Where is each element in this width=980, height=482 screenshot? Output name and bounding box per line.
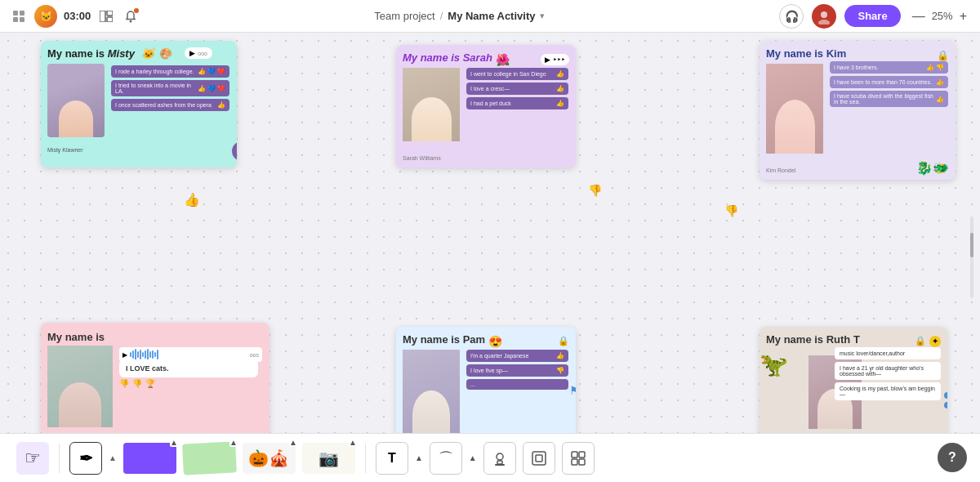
ruth-card-title: My name is Ruth T <box>766 333 860 346</box>
hand-tool[interactable]: ☞ <box>16 442 49 475</box>
green-paper-tool[interactable]: ▲ <box>183 443 236 474</box>
sarah-facts: I went to college in San Diego 👍 I love … <box>466 68 568 112</box>
pen-tool[interactable]: ✒ <box>69 442 102 475</box>
toolbar: ☞ ✒ ▲ ▲ ▲ 🎃🎪 ▲ 📷 ▲ T ▲ ⌒ ▲ <box>0 433 980 482</box>
svg-rect-13 <box>532 452 546 465</box>
sarah-photo <box>403 68 460 141</box>
notifications-icon[interactable] <box>122 7 140 25</box>
svg-rect-17 <box>572 459 577 465</box>
kim-facts: I have 3 brothers. 👍 👎 I have been to mo… <box>830 61 948 109</box>
headphones-icon[interactable]: 🎧 <box>779 4 804 29</box>
canvas[interactable]: My name is Misty 🐱 🎨 ▶ooo I rode a harle… <box>0 33 980 482</box>
ruth-fact-3: Cooking is my past, blow's am beggin— <box>835 382 941 400</box>
pam-photo <box>403 350 460 440</box>
purple-block-tool[interactable]: ▲ <box>123 443 176 474</box>
ruth-fact-2: I have a 21 yr old daughter who's obsess… <box>835 362 941 380</box>
sticker2-chevron[interactable]: ▲ <box>349 438 357 447</box>
kim-fact-2: I have been to more than 70 countries. 👍 <box>830 76 948 88</box>
zoom-in-button[interactable]: + <box>956 7 970 25</box>
bottom-left-photo <box>47 346 113 427</box>
ruth-monster: 🦖 <box>760 351 788 378</box>
purple-chevron[interactable]: ▲ <box>170 438 178 447</box>
frame-tool[interactable] <box>523 442 555 475</box>
pen-chevron[interactable]: ▲ <box>109 453 117 462</box>
pam-fact-1: I'm a quarter Japanese 👍 <box>466 350 568 362</box>
text-chevron[interactable]: ▲ <box>415 453 423 462</box>
breadcrumb-separator: / <box>440 10 443 22</box>
svg-rect-0 <box>13 11 18 16</box>
topbar: 🐱 03:00 Team project / My Name Activity … <box>0 0 980 33</box>
grid-menu-icon[interactable] <box>10 7 28 25</box>
misty-facts: I rode a harley through college. 👍 💙 ❤️ … <box>111 65 229 114</box>
svg-rect-6 <box>107 17 113 22</box>
help-button[interactable]: ? <box>938 443 967 472</box>
svg-point-8 <box>821 11 827 18</box>
pam-fact-2: I love five sp— 👎 <box>466 364 568 377</box>
scroll-indicator[interactable] <box>970 216 973 298</box>
kim-card-title: My name is Kim <box>766 47 846 60</box>
bottom-left-bubble: I LOVE cats. <box>119 359 258 377</box>
sticker-tool-1[interactable]: 🎃🎪 ▲ <box>243 443 296 474</box>
green-chevron[interactable]: ▲ <box>229 438 238 447</box>
zoom-level: 25% <box>932 10 953 22</box>
kim-fact-3: I have scuba dived with the biggest fish… <box>830 91 948 107</box>
ruth-bubble: music lover/dancer,author I have a 21 yr… <box>835 347 941 403</box>
pam-flag: ⚑ <box>569 384 576 397</box>
sarah-name-label: Sarah Williams <box>403 155 441 161</box>
misty-fact-2: I tried to sneak into a movie in LA. 👍 💙… <box>111 80 229 96</box>
kim-fact-1: I have 3 brothers. 👍 👎 <box>830 61 948 74</box>
thumbs-blue-float: 👎 <box>724 204 738 217</box>
toolbar-divider-1 <box>59 444 60 473</box>
misty-fact-3: I once scattered ashes from the opera 👍 <box>111 99 229 111</box>
misty-audio-control[interactable]: ▶ooo <box>185 47 212 59</box>
kim-photo <box>766 64 823 154</box>
bottom-left-title: My name is <box>47 331 105 343</box>
svg-rect-12 <box>495 464 505 466</box>
svg-rect-1 <box>20 11 24 16</box>
share-button[interactable]: Share <box>844 5 900 27</box>
misty-photo <box>47 64 105 137</box>
misty-marker: M <box>232 141 237 161</box>
kim-name-label: Kim Rondel <box>766 167 795 173</box>
svg-rect-18 <box>579 459 585 465</box>
misty-fact-1: I rode a harley through college. 👍 💙 ❤️ <box>111 65 229 78</box>
kim-stickers: 🐉🐲 <box>916 160 949 176</box>
svg-point-7 <box>130 20 132 22</box>
misty-card[interactable]: My name is Misty 🐱 🎨 ▶ooo I rode a harle… <box>41 41 237 167</box>
path-tool[interactable]: ⌒ <box>430 442 462 475</box>
activity-name[interactable]: My Name Activity <box>448 10 535 22</box>
path-chevron[interactable]: ▲ <box>469 453 477 462</box>
avatar[interactable] <box>812 4 836 29</box>
sarah-fact-1: I went to college in San Diego 👍 <box>466 68 568 80</box>
sticker-tool-2[interactable]: 📷 ▲ <box>302 443 355 474</box>
svg-rect-16 <box>579 452 585 457</box>
timer-display: 03:00 <box>64 10 91 22</box>
ruth-blue-dots <box>944 392 947 408</box>
svg-rect-11 <box>497 461 502 464</box>
breadcrumb: Team project / My Name Activity ▾ <box>140 10 779 22</box>
stamp-tool[interactable] <box>483 442 516 475</box>
zoom-out-button[interactable]: — <box>909 7 929 25</box>
app-logo: 🐱 <box>34 5 57 28</box>
thumbs-up-float: 👍 <box>184 192 200 208</box>
sarah-fact-3: I had a pet duck 👍 <box>466 97 568 109</box>
thumbs-down-float: 👎 <box>588 184 602 197</box>
svg-point-10 <box>497 453 503 460</box>
project-name[interactable]: Team project <box>374 10 434 22</box>
svg-rect-2 <box>13 17 18 22</box>
pam-fact-3: ... <box>466 379 568 390</box>
svg-rect-4 <box>100 11 105 22</box>
svg-rect-5 <box>107 11 113 16</box>
svg-rect-15 <box>572 452 577 457</box>
pam-card-title: My name is Pam <box>403 333 485 346</box>
kim-card[interactable]: My name is Kim 🔒 I have 3 brothers. 👍 👎 … <box>760 41 956 180</box>
text-tool[interactable]: T <box>376 442 408 475</box>
sarah-fact-2: I love a cresc— 👍 <box>466 83 568 95</box>
chevron-down-icon[interactable]: ▾ <box>540 11 545 21</box>
sticker1-chevron[interactable]: ▲ <box>289 438 297 447</box>
sarah-card-title: My name is Sarah <box>403 51 492 64</box>
sarah-card[interactable]: My name is Sarah 🌺 ▶ ‣‣‣ I went to colle… <box>396 45 576 167</box>
grid-tool[interactable] <box>562 442 595 475</box>
svg-rect-14 <box>536 455 542 462</box>
layout-icon[interactable] <box>97 7 115 25</box>
